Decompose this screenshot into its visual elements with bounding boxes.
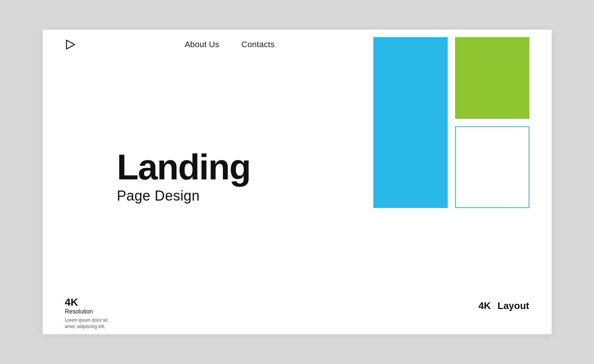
color-blocks: [373, 37, 529, 208]
nav-about-us[interactable]: About Us: [185, 40, 219, 49]
bottom-4k: 4K: [478, 300, 491, 312]
bottom-layout: Layout: [497, 300, 529, 312]
hero-subtitle: Page Design: [117, 188, 250, 204]
play-icon: [65, 39, 75, 50]
resolution-4k-label: 4K: [65, 297, 108, 308]
bottom-section: 4K Resolution Lorem ipsum dolor sit amet…: [43, 290, 552, 334]
svg-marker-0: [66, 40, 75, 49]
hero-text: Landing Page Design: [117, 149, 250, 204]
main-card: About Us Contacts: [43, 30, 552, 334]
bottom-right: 4K Layout: [478, 297, 529, 312]
logo[interactable]: [65, 39, 75, 50]
block-outline: [455, 126, 529, 208]
resolution-label: Resolution: [65, 308, 108, 315]
block-green: [455, 37, 529, 119]
nav-links: About Us Contacts: [185, 40, 275, 49]
bottom-left: 4K Resolution Lorem ipsum dolor sit amet…: [65, 297, 108, 330]
hero-title: Landing: [117, 149, 250, 185]
outer-container: About Us Contacts: [0, 0, 594, 364]
block-cyan: [373, 37, 448, 208]
nav-contacts[interactable]: Contacts: [241, 40, 275, 49]
lorem-text: Lorem ipsum dolor sit amet, adipiscing e…: [65, 317, 108, 330]
